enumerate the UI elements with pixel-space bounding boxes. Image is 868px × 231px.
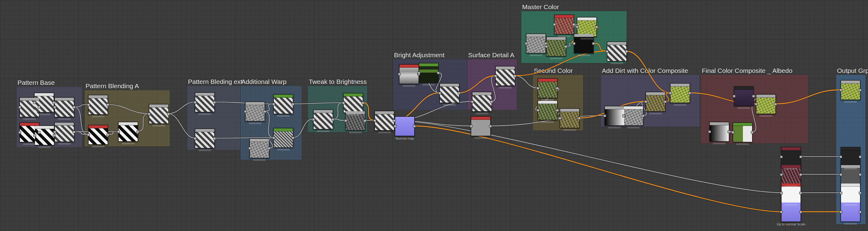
output-port[interactable] bbox=[437, 72, 440, 74]
node-fc4[interactable] bbox=[733, 123, 752, 142]
node-fc1[interactable] bbox=[734, 87, 754, 106]
output-port[interactable] bbox=[727, 131, 730, 133]
node-fc2[interactable] bbox=[756, 94, 776, 114]
output-port[interactable] bbox=[332, 118, 334, 121]
node-ba1[interactable] bbox=[399, 64, 419, 84]
input-port[interactable] bbox=[525, 42, 528, 45]
output-port[interactable] bbox=[364, 120, 366, 122]
node-mc3[interactable] bbox=[526, 34, 546, 53]
output-port[interactable] bbox=[751, 131, 754, 134]
output-port[interactable] bbox=[393, 120, 396, 122]
input-port[interactable] bbox=[417, 72, 421, 74]
node-mc5[interactable] bbox=[574, 34, 594, 53]
input-port[interactable] bbox=[708, 131, 711, 133]
node-mc1[interactable] bbox=[554, 15, 574, 34]
node-pe2[interactable] bbox=[195, 129, 215, 148]
output-port[interactable] bbox=[625, 50, 628, 53]
input-port[interactable] bbox=[394, 125, 397, 128]
node-pa1[interactable] bbox=[88, 95, 108, 114]
input-port[interactable] bbox=[839, 173, 842, 176]
output-port[interactable] bbox=[53, 101, 55, 104]
output-port[interactable] bbox=[564, 45, 567, 48]
input-port[interactable] bbox=[19, 106, 21, 109]
output-port[interactable] bbox=[291, 137, 294, 139]
input-port[interactable] bbox=[780, 192, 783, 195]
node-pe1[interactable] bbox=[195, 93, 215, 112]
input-port[interactable] bbox=[780, 173, 783, 176]
output-port[interactable] bbox=[752, 95, 755, 98]
output-port[interactable] bbox=[362, 102, 364, 104]
input-port[interactable] bbox=[87, 104, 90, 106]
node-aw4[interactable] bbox=[250, 138, 269, 158]
node-aw3[interactable] bbox=[274, 128, 293, 148]
input-port[interactable] bbox=[536, 87, 539, 90]
output-port[interactable] bbox=[774, 103, 777, 106]
input-port[interactable] bbox=[87, 134, 90, 136]
input-port[interactable] bbox=[553, 23, 556, 26]
node-aw2[interactable] bbox=[274, 94, 293, 114]
input-port[interactable] bbox=[573, 42, 576, 45]
input-port[interactable] bbox=[545, 45, 548, 48]
input-port[interactable] bbox=[248, 147, 251, 150]
output-port[interactable] bbox=[268, 147, 271, 150]
output-port[interactable] bbox=[859, 156, 862, 158]
input-port[interactable] bbox=[344, 120, 347, 122]
node-sc1[interactable] bbox=[538, 78, 557, 98]
output-port[interactable] bbox=[556, 109, 559, 112]
input-port[interactable] bbox=[839, 192, 842, 195]
output-port[interactable] bbox=[106, 134, 109, 136]
output-port[interactable] bbox=[213, 137, 216, 140]
output-port[interactable] bbox=[167, 113, 170, 116]
output-port[interactable] bbox=[859, 192, 862, 195]
input-port[interactable] bbox=[194, 101, 196, 104]
node-ad4[interactable] bbox=[670, 83, 690, 103]
node-ad3[interactable] bbox=[646, 92, 665, 111]
node-graph-canvas[interactable]: Pattern BasePattern Blending APattern Bl… bbox=[0, 0, 868, 231]
input-port[interactable] bbox=[732, 131, 734, 134]
input-port[interactable] bbox=[33, 101, 36, 104]
input-port[interactable] bbox=[470, 125, 472, 128]
input-port[interactable] bbox=[603, 114, 606, 117]
input-port[interactable] bbox=[536, 109, 539, 112]
input-port[interactable] bbox=[576, 26, 579, 29]
node-pb3[interactable] bbox=[55, 97, 74, 117]
output-port[interactable] bbox=[53, 134, 56, 137]
node-rc1[interactable] bbox=[781, 147, 801, 167]
output-port[interactable] bbox=[688, 92, 691, 95]
input-port[interactable] bbox=[148, 113, 151, 116]
output-port[interactable] bbox=[38, 131, 40, 134]
output-port[interactable] bbox=[136, 131, 139, 133]
node-pa3[interactable] bbox=[118, 122, 138, 141]
input-port[interactable] bbox=[53, 106, 56, 109]
output-port[interactable] bbox=[264, 110, 266, 113]
input-port[interactable] bbox=[33, 134, 36, 137]
output-port[interactable] bbox=[664, 100, 666, 103]
input-port[interactable] bbox=[342, 102, 345, 104]
input-port[interactable] bbox=[780, 211, 783, 213]
node-ad2[interactable] bbox=[624, 106, 643, 126]
input-port[interactable] bbox=[606, 50, 609, 53]
node-ba2[interactable] bbox=[419, 63, 438, 83]
node-gray1[interactable] bbox=[471, 117, 491, 136]
node-sd1[interactable] bbox=[495, 66, 515, 86]
input-port[interactable] bbox=[559, 117, 561, 120]
node-hub1[interactable] bbox=[375, 111, 394, 131]
node-aw1[interactable] bbox=[245, 102, 265, 121]
input-port[interactable] bbox=[669, 92, 672, 95]
output-port[interactable] bbox=[859, 173, 862, 176]
node-og1[interactable] bbox=[841, 80, 860, 100]
input-port[interactable] bbox=[755, 103, 757, 106]
input-port[interactable] bbox=[312, 118, 315, 121]
input-port[interactable] bbox=[398, 73, 401, 76]
output-port[interactable] bbox=[489, 125, 492, 128]
input-port[interactable] bbox=[839, 211, 842, 213]
input-port[interactable] bbox=[471, 100, 474, 103]
node-sd2[interactable] bbox=[472, 92, 492, 111]
output-port[interactable] bbox=[859, 211, 862, 213]
output-port[interactable] bbox=[556, 87, 559, 90]
input-port[interactable] bbox=[839, 156, 842, 158]
node-fc3[interactable] bbox=[710, 122, 729, 141]
node-pb5[interactable] bbox=[35, 126, 54, 145]
input-port[interactable] bbox=[839, 89, 842, 92]
output-port[interactable] bbox=[38, 106, 40, 109]
